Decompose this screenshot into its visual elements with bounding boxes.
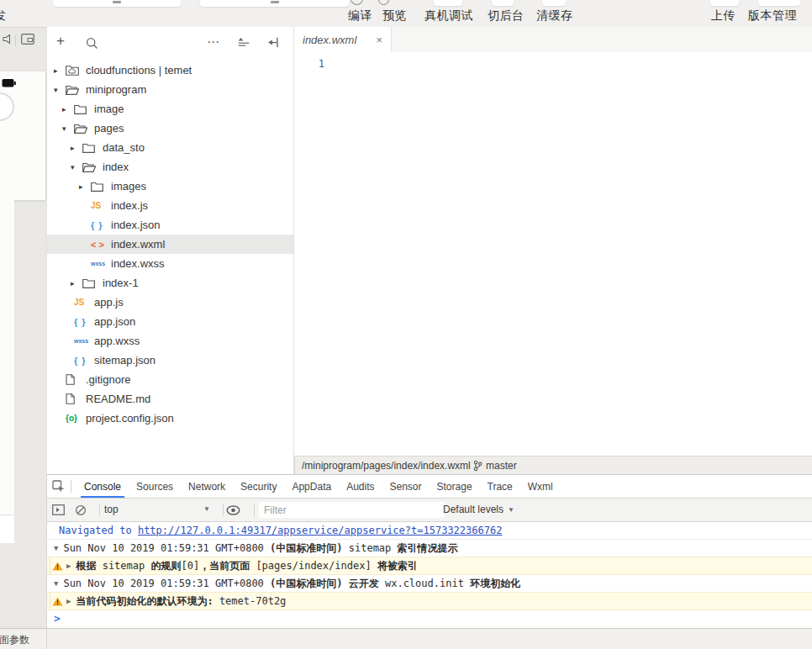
wxss-icon: wxss <box>74 338 94 344</box>
compile-button[interactable]: 编译 <box>348 8 372 24</box>
tree-item-data-sto[interactable]: ▸ data_sto <box>47 138 293 157</box>
console-row[interactable]: ▼ Sun Nov 10 2019 01:59:31 GMT+0800 (中国标… <box>47 575 812 592</box>
tree-item-label: pages <box>94 122 124 135</box>
twisty-icon: ▾ <box>54 86 66 94</box>
tree-item-.gitignore[interactable]: .gitignore <box>47 370 293 389</box>
chevron-down-icon[interactable]: ▼ <box>203 505 210 513</box>
tree-item-cloudfunctions---temet[interactable]: ▸ cloudfunctions | temet <box>47 61 293 80</box>
console-message: 根据 sitemap 的规则[0]，当前页面 [pages/index/inde… <box>76 557 417 574</box>
tree-item-label: images <box>111 180 146 193</box>
explorer-sort-button[interactable] <box>238 37 250 50</box>
clipped-cloud-dev-label: 发 <box>0 8 6 24</box>
tree-item-project.config.json[interactable]: {o} project.config.json <box>47 409 293 428</box>
console-message: Navigated to http://127.0.0.1:49317/apps… <box>59 522 502 539</box>
more-dots-icon: ⋯ <box>207 34 220 49</box>
tree-item-image[interactable]: ▸ image <box>47 99 293 119</box>
tree-item-index[interactable]: ▾ index <box>47 157 293 177</box>
folder-icon <box>82 143 103 153</box>
git-branch[interactable]: master <box>473 460 517 472</box>
devtools-tab-audits[interactable]: Audits <box>339 475 382 498</box>
live-expression-button[interactable] <box>226 505 240 518</box>
panel-toggle-button[interactable] <box>52 504 65 518</box>
file-icon <box>66 393 86 404</box>
tree-item-sitemap.json[interactable]: { } sitemap.json <box>47 351 293 370</box>
tree-item-label: .gitignore <box>86 373 130 386</box>
folder-open-icon <box>82 162 103 172</box>
device-debug-button[interactable]: 真机调试 <box>424 8 473 24</box>
devtools-tab-sensor[interactable]: Sensor <box>382 475 430 498</box>
devtools-tab-sources[interactable]: Sources <box>129 475 181 498</box>
tree-item-index.json[interactable]: { } index.json <box>47 215 293 235</box>
explorer-more-button[interactable]: ⋯ <box>207 34 220 50</box>
console-prompt[interactable]: > <box>47 610 812 627</box>
console-link[interactable]: http://127.0.0.1:49317/appservice/appser… <box>138 525 502 536</box>
file-explorer: + ⋯ ▸ cloudfunctions | temet ▾ miniprogr… <box>46 27 294 474</box>
console-row[interactable]: ▶ 当前代码初始化的默认环境为: temet-70t2g <box>47 592 812 610</box>
group-disclosure-icon: ▼ <box>54 540 58 557</box>
console-row: Navigated to http://127.0.0.1:49317/apps… <box>47 522 812 540</box>
mute-speaker-icon[interactable] <box>3 34 13 47</box>
tree-item-label: image <box>94 103 124 115</box>
console-message: 当前代码初始化的默认环境为: temet-70t2g <box>76 593 286 609</box>
preview-button[interactable]: 预览 <box>382 8 407 24</box>
devtools-tab-network[interactable]: Network <box>181 475 233 498</box>
close-icon[interactable]: × <box>376 34 382 46</box>
tree-item-README.md[interactable]: README.md <box>47 389 293 409</box>
tree-item-pages[interactable]: ▾ pages <box>47 119 293 138</box>
upload-button[interactable]: 上传 <box>711 8 736 24</box>
tree-item-app.js[interactable]: JS app.js <box>47 293 293 312</box>
battery-icon <box>2 78 16 91</box>
devtools-tab-trace[interactable]: Trace <box>480 475 520 498</box>
log-levels-label: Default levels <box>443 504 504 515</box>
devtools-tab-storage[interactable]: Storage <box>430 475 480 498</box>
filter-input[interactable] <box>259 502 444 518</box>
devtools-tab-appdata[interactable]: AppData <box>284 475 339 498</box>
wxss-icon: wxss <box>91 261 111 266</box>
tree-item-miniprogram[interactable]: ▾ miniprogram <box>47 80 293 99</box>
devtools-tab-wxml[interactable]: Wxml <box>520 475 561 498</box>
js-icon: JS <box>91 201 111 210</box>
warning-icon <box>52 562 63 571</box>
version-manage-button[interactable]: 版本管理 <box>748 8 797 24</box>
tree-item-label: index <box>103 161 129 173</box>
clear-cache-button[interactable]: 清缓存 <box>536 8 573 24</box>
background-switch-button[interactable]: 切后台 <box>488 8 525 24</box>
log-levels-select[interactable]: Default levels ▼ <box>443 504 514 515</box>
tree-item-label: app.json <box>94 315 135 328</box>
js-icon: JS <box>74 298 94 307</box>
explorer-collapse-button[interactable] <box>267 37 279 50</box>
tree-item-label: index-1 <box>103 277 139 289</box>
folder-icon <box>91 182 111 192</box>
inspect-element-button[interactable] <box>52 480 66 493</box>
tree-item-label: project.config.json <box>86 412 174 425</box>
tree-item-index-1[interactable]: ▸ index-1 <box>47 273 293 293</box>
context-select[interactable]: top <box>104 504 119 515</box>
tree-item-app.json[interactable]: { } app.json <box>47 312 293 331</box>
twisty-icon: ▸ <box>71 279 82 288</box>
line-number: 1 <box>294 58 324 70</box>
console-row[interactable]: ▶ 根据 sitemap 的规则[0]，当前页面 [pages/index/in… <box>47 557 812 575</box>
tree-item-index.js[interactable]: JS index.js <box>47 196 293 215</box>
explorer-search-button[interactable] <box>86 37 98 52</box>
editor-tab-index-wxml[interactable]: index.wxml × <box>294 27 392 52</box>
eye-icon <box>226 505 240 515</box>
tree-item-label: index.js <box>111 199 148 212</box>
devtools-tab-security[interactable]: Security <box>233 475 284 498</box>
tree-item-index.wxss[interactable]: wxss index.wxss <box>47 254 293 273</box>
clear-console-button[interactable] <box>75 504 87 519</box>
search-icon <box>86 37 98 50</box>
devtools-tab-console[interactable]: Console <box>76 475 129 498</box>
file-path: /miniprogram/pages/index/index.wxml <box>302 460 471 472</box>
detach-window-icon[interactable] <box>21 34 34 47</box>
tree-item-app.wxss[interactable]: wxss app.wxss <box>47 331 293 351</box>
json-icon: { } <box>74 356 94 366</box>
tree-item-label: app.wxss <box>94 335 140 347</box>
mode-dropdown-fragment[interactable] <box>53 0 181 7</box>
compile-condition-dropdown-fragment[interactable] <box>200 0 349 7</box>
tree-item-index.wxml[interactable]: < > index.wxml <box>47 235 293 254</box>
console-row[interactable]: ▼ Sun Nov 10 2019 01:59:31 GMT+0800 (中国标… <box>47 540 812 557</box>
editor-body[interactable]: 1 <box>294 52 812 456</box>
console-output: Navigated to http://127.0.0.1:49317/apps… <box>47 522 812 627</box>
tree-item-images[interactable]: ▸ images <box>47 177 293 196</box>
add-file-button[interactable]: + <box>56 35 65 47</box>
